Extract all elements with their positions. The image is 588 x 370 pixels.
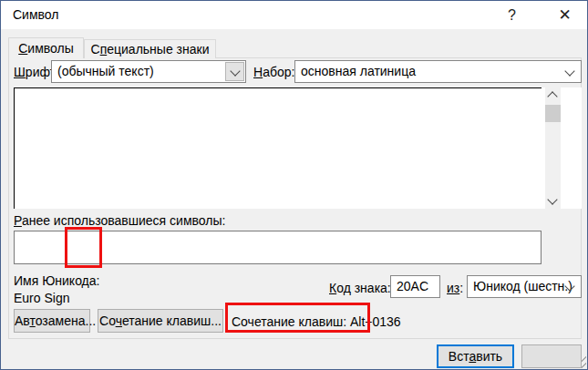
character-grid — [14, 87, 542, 209]
recent-symbols-label: Ранее использовавшиеся символы: — [14, 213, 225, 228]
char-code-input[interactable]: 20AC — [390, 275, 440, 298]
scroll-down-icon[interactable] — [545, 193, 561, 209]
chevron-up-icon — [547, 91, 557, 101]
font-combobox[interactable]: (обычный текст) — [51, 60, 246, 83]
recent-symbols-row — [14, 231, 542, 264]
shortcut-key-button[interactable]: Сочетание клавиш... — [98, 309, 223, 333]
tab-special-characters[interactable]: Специальные знаки — [84, 39, 216, 58]
dialog-title: Символ — [13, 7, 58, 22]
from-combobox-value: Юникод (шестн.) — [473, 279, 573, 293]
chevron-down-icon — [564, 66, 574, 76]
autocorrect-button[interactable]: Автозамена... — [14, 309, 90, 333]
font-combobox-value: (обычный текст) — [57, 64, 154, 78]
unicode-name-value: Euro Sign — [14, 291, 69, 305]
help-icon[interactable]: ? — [491, 1, 532, 29]
grid-scrollbar[interactable] — [545, 87, 561, 209]
titlebar: Символ ? ✕ — [1, 1, 587, 29]
chevron-down-icon — [547, 194, 557, 204]
font-combobox-dropdown-button[interactable] — [225, 62, 244, 81]
scroll-up-icon[interactable] — [545, 87, 561, 103]
shortcut-key-text: Сочетание клавиш: Alt+0136 — [232, 314, 401, 329]
scrollbar-thumb[interactable] — [545, 105, 561, 122]
set-combobox-value: основная латиница — [301, 64, 416, 78]
close-icon[interactable]: ✕ — [544, 1, 585, 29]
from-combobox[interactable]: Юникод (шестн.) — [467, 275, 582, 298]
char-code-label: Код знака: — [329, 281, 391, 295]
from-label: из: — [447, 281, 463, 295]
set-combobox[interactable]: основная латиница — [294, 60, 582, 83]
insert-button[interactable]: Вставить — [437, 344, 514, 368]
unicode-name-label: Имя Юникода: — [14, 273, 99, 288]
tab-symbols[interactable]: Символы — [8, 37, 84, 58]
chevron-down-icon — [230, 66, 240, 76]
symbol-dialog: Символ ? ✕ Символы Специальные знаки Шри… — [0, 0, 588, 370]
set-label: Набор: — [253, 65, 294, 79]
character-grid-panel — [14, 87, 582, 209]
cancel-button[interactable] — [521, 344, 582, 368]
